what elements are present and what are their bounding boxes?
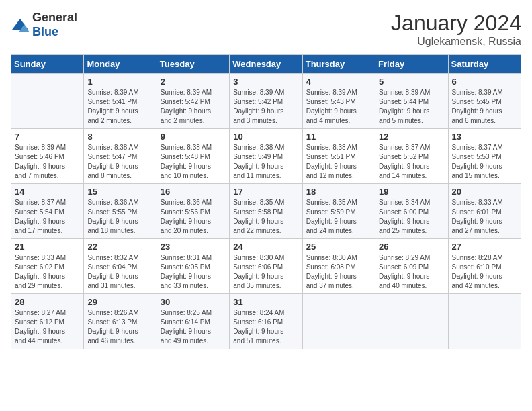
calendar-header-cell: Saturday (448, 55, 521, 74)
day-number: 25 (306, 242, 371, 252)
day-number: 17 (233, 187, 298, 197)
calendar-cell: 29Sunrise: 8:26 AM Sunset: 6:13 PM Dayli… (84, 294, 157, 349)
day-info: Sunrise: 8:39 AM Sunset: 5:41 PM Dayligh… (87, 88, 152, 126)
calendar-cell: 19Sunrise: 8:34 AM Sunset: 6:00 PM Dayli… (375, 184, 448, 239)
title-area: January 2024 Uglekamensk, Russia (391, 11, 521, 48)
day-info: Sunrise: 8:39 AM Sunset: 5:43 PM Dayligh… (306, 88, 371, 126)
day-number: 28 (15, 297, 80, 307)
day-number: 11 (306, 132, 371, 142)
day-number: 20 (452, 187, 517, 197)
day-number: 8 (87, 132, 152, 142)
day-number: 7 (15, 132, 80, 142)
day-info: Sunrise: 8:39 AM Sunset: 5:42 PM Dayligh… (161, 88, 226, 126)
calendar-cell: 5Sunrise: 8:39 AM Sunset: 5:44 PM Daylig… (375, 74, 448, 129)
logo: General Blue (11, 11, 77, 39)
calendar-table: SundayMondayTuesdayWednesdayThursdayFrid… (11, 54, 521, 349)
day-number: 31 (233, 297, 298, 307)
day-number: 23 (161, 242, 226, 252)
day-number: 9 (161, 132, 226, 142)
day-info: Sunrise: 8:35 AM Sunset: 5:58 PM Dayligh… (233, 198, 298, 236)
calendar-cell: 23Sunrise: 8:31 AM Sunset: 6:05 PM Dayli… (157, 239, 229, 294)
day-info: Sunrise: 8:26 AM Sunset: 6:13 PM Dayligh… (87, 308, 152, 346)
day-info: Sunrise: 8:37 AM Sunset: 5:54 PM Dayligh… (15, 198, 80, 236)
day-number: 6 (452, 77, 517, 87)
day-info: Sunrise: 8:38 AM Sunset: 5:48 PM Dayligh… (161, 143, 226, 181)
day-info: Sunrise: 8:38 AM Sunset: 5:47 PM Dayligh… (87, 143, 152, 181)
calendar-cell: 13Sunrise: 8:37 AM Sunset: 5:53 PM Dayli… (448, 129, 521, 184)
calendar-cell: 11Sunrise: 8:38 AM Sunset: 5:51 PM Dayli… (302, 129, 375, 184)
calendar-week-row: 14Sunrise: 8:37 AM Sunset: 5:54 PM Dayli… (11, 184, 521, 239)
calendar-cell: 18Sunrise: 8:35 AM Sunset: 5:59 PM Dayli… (302, 184, 375, 239)
calendar-cell: 27Sunrise: 8:28 AM Sunset: 6:10 PM Dayli… (448, 239, 521, 294)
day-number: 1 (87, 77, 152, 87)
day-info: Sunrise: 8:39 AM Sunset: 5:46 PM Dayligh… (15, 143, 80, 181)
calendar-cell (375, 294, 448, 349)
location-title: Uglekamensk, Russia (391, 36, 521, 48)
day-number: 5 (379, 77, 444, 87)
day-info: Sunrise: 8:28 AM Sunset: 6:10 PM Dayligh… (452, 253, 517, 291)
day-number: 3 (233, 77, 298, 87)
day-number: 14 (15, 187, 80, 197)
day-number: 13 (452, 132, 517, 142)
day-number: 12 (379, 132, 444, 142)
calendar-cell: 1Sunrise: 8:39 AM Sunset: 5:41 PM Daylig… (84, 74, 157, 129)
day-info: Sunrise: 8:39 AM Sunset: 5:45 PM Dayligh… (452, 88, 517, 126)
month-title: January 2024 (391, 11, 521, 36)
calendar-week-row: 7Sunrise: 8:39 AM Sunset: 5:46 PM Daylig… (11, 129, 521, 184)
day-info: Sunrise: 8:37 AM Sunset: 5:53 PM Dayligh… (452, 143, 517, 181)
calendar-cell: 24Sunrise: 8:30 AM Sunset: 6:06 PM Dayli… (230, 239, 302, 294)
calendar-header-row: SundayMondayTuesdayWednesdayThursdayFrid… (11, 55, 521, 74)
calendar-header-cell: Monday (84, 55, 157, 74)
logo-text: General Blue (32, 11, 77, 39)
day-number: 16 (161, 187, 226, 197)
calendar-cell: 8Sunrise: 8:38 AM Sunset: 5:47 PM Daylig… (84, 129, 157, 184)
day-info: Sunrise: 8:37 AM Sunset: 5:52 PM Dayligh… (379, 143, 444, 181)
day-info: Sunrise: 8:36 AM Sunset: 5:55 PM Dayligh… (87, 198, 152, 236)
calendar-cell: 7Sunrise: 8:39 AM Sunset: 5:46 PM Daylig… (11, 129, 84, 184)
calendar-cell: 30Sunrise: 8:25 AM Sunset: 6:14 PM Dayli… (157, 294, 229, 349)
day-info: Sunrise: 8:32 AM Sunset: 6:04 PM Dayligh… (87, 253, 152, 291)
day-info: Sunrise: 8:24 AM Sunset: 6:16 PM Dayligh… (233, 308, 298, 346)
day-info: Sunrise: 8:35 AM Sunset: 5:59 PM Dayligh… (306, 198, 371, 236)
calendar-cell: 26Sunrise: 8:29 AM Sunset: 6:09 PM Dayli… (375, 239, 448, 294)
day-info: Sunrise: 8:30 AM Sunset: 6:06 PM Dayligh… (233, 253, 298, 291)
calendar-cell: 9Sunrise: 8:38 AM Sunset: 5:48 PM Daylig… (157, 129, 229, 184)
day-number: 29 (87, 297, 152, 307)
logo-blue: Blue (32, 25, 58, 38)
day-info: Sunrise: 8:31 AM Sunset: 6:05 PM Dayligh… (161, 253, 226, 291)
day-info: Sunrise: 8:30 AM Sunset: 6:08 PM Dayligh… (306, 253, 371, 291)
calendar-cell: 31Sunrise: 8:24 AM Sunset: 6:16 PM Dayli… (230, 294, 302, 349)
day-number: 10 (233, 132, 298, 142)
calendar-cell: 15Sunrise: 8:36 AM Sunset: 5:55 PM Dayli… (84, 184, 157, 239)
day-info: Sunrise: 8:38 AM Sunset: 5:51 PM Dayligh… (306, 143, 371, 181)
day-info: Sunrise: 8:27 AM Sunset: 6:12 PM Dayligh… (15, 308, 80, 346)
day-info: Sunrise: 8:38 AM Sunset: 5:49 PM Dayligh… (233, 143, 298, 181)
calendar-week-row: 1Sunrise: 8:39 AM Sunset: 5:41 PM Daylig… (11, 74, 521, 129)
calendar-cell: 12Sunrise: 8:37 AM Sunset: 5:52 PM Dayli… (375, 129, 448, 184)
calendar-cell: 20Sunrise: 8:33 AM Sunset: 6:01 PM Dayli… (448, 184, 521, 239)
logo-general: General (32, 11, 77, 24)
calendar-cell: 25Sunrise: 8:30 AM Sunset: 6:08 PM Dayli… (302, 239, 375, 294)
calendar-week-row: 28Sunrise: 8:27 AM Sunset: 6:12 PM Dayli… (11, 294, 521, 349)
day-number: 24 (233, 242, 298, 252)
calendar-cell: 16Sunrise: 8:36 AM Sunset: 5:56 PM Dayli… (157, 184, 229, 239)
day-number: 22 (87, 242, 152, 252)
day-number: 27 (452, 242, 517, 252)
day-info: Sunrise: 8:33 AM Sunset: 6:01 PM Dayligh… (452, 198, 517, 236)
calendar-cell: 28Sunrise: 8:27 AM Sunset: 6:12 PM Dayli… (11, 294, 84, 349)
calendar-cell: 6Sunrise: 8:39 AM Sunset: 5:45 PM Daylig… (448, 74, 521, 129)
day-info: Sunrise: 8:39 AM Sunset: 5:44 PM Dayligh… (379, 88, 444, 126)
day-number: 15 (87, 187, 152, 197)
calendar-cell: 21Sunrise: 8:33 AM Sunset: 6:02 PM Dayli… (11, 239, 84, 294)
day-number: 18 (306, 187, 371, 197)
day-number: 30 (161, 297, 226, 307)
calendar-header-cell: Sunday (11, 55, 84, 74)
calendar-cell: 4Sunrise: 8:39 AM Sunset: 5:43 PM Daylig… (302, 74, 375, 129)
calendar-cell (11, 74, 84, 129)
header: General Blue January 2024 Uglekamensk, R… (11, 11, 521, 48)
calendar-header-cell: Tuesday (157, 55, 229, 74)
calendar-cell: 3Sunrise: 8:39 AM Sunset: 5:42 PM Daylig… (230, 74, 302, 129)
day-number: 26 (379, 242, 444, 252)
day-info: Sunrise: 8:34 AM Sunset: 6:00 PM Dayligh… (379, 198, 444, 236)
calendar-cell: 22Sunrise: 8:32 AM Sunset: 6:04 PM Dayli… (84, 239, 157, 294)
